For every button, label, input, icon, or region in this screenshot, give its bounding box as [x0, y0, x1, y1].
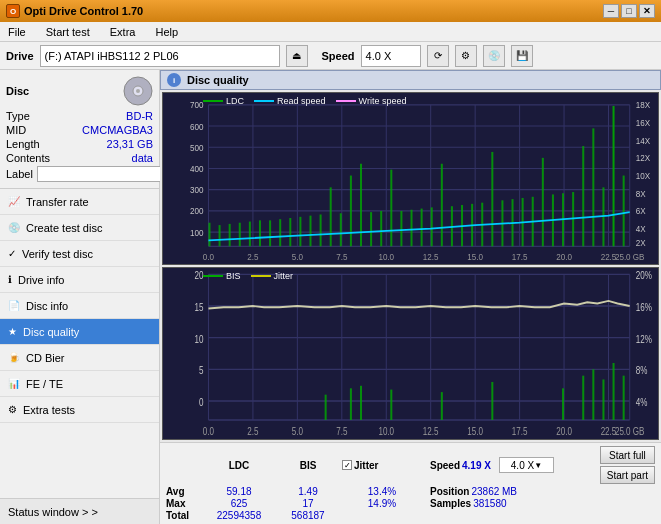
svg-text:2.5: 2.5	[247, 426, 258, 437]
svg-text:4%: 4%	[636, 397, 648, 408]
disc-label-row: Label 🔍	[6, 166, 153, 182]
sidebar-item-drive-info[interactable]: ℹ Drive info	[0, 267, 159, 293]
svg-text:16X: 16X	[636, 117, 650, 128]
jitter-avg: 13.4%	[342, 486, 422, 497]
svg-rect-23	[208, 223, 210, 247]
mid-value: CMCMAGBA3	[82, 124, 153, 136]
bis-total: 568187	[278, 510, 338, 521]
bis-chart-svg: 20 15 10 5 0 20% 16% 12% 8% 4% 0.0 2.5 5…	[163, 268, 658, 439]
disc-graphic	[123, 76, 153, 106]
svg-text:15.0: 15.0	[467, 252, 483, 263]
charts-container: LDC Read speed Write speed	[160, 90, 661, 442]
svg-text:25.0 GB: 25.0 GB	[615, 252, 645, 263]
svg-rect-63	[613, 106, 615, 246]
disc-contents-row: Contents data	[6, 152, 153, 164]
menu-start-test[interactable]: Start test	[42, 25, 94, 39]
drive-bar: Drive (F:) ATAPI iHBS112 2 PL06 ⏏ Speed …	[0, 42, 661, 70]
position-value: 23862 MB	[471, 486, 517, 497]
speed-dropdown[interactable]: 4.0 X ▼	[499, 457, 554, 473]
jitter-checkbox[interactable]: ✓	[342, 460, 352, 470]
cd-bier-icon: 🍺	[8, 352, 20, 363]
title-bar-left: O Opti Drive Control 1.70	[6, 4, 143, 18]
app-title: Opti Drive Control 1.70	[24, 5, 143, 17]
eject-icon[interactable]: ⏏	[286, 45, 308, 67]
contents-label: Contents	[6, 152, 50, 164]
svg-rect-41	[390, 170, 392, 247]
start-part-button[interactable]: Start part	[600, 466, 655, 484]
svg-rect-33	[309, 216, 311, 247]
svg-rect-43	[411, 210, 413, 247]
sidebar-item-create-test-disc[interactable]: 💿 Create test disc	[0, 215, 159, 241]
svg-text:17.5: 17.5	[512, 426, 528, 437]
label-input[interactable]	[37, 166, 170, 182]
verify-test-disc-icon: ✓	[8, 248, 16, 259]
svg-rect-115	[491, 382, 493, 420]
svg-text:400: 400	[190, 163, 204, 174]
svg-rect-121	[623, 376, 625, 420]
disc-length-row: Length 23,31 GB	[6, 138, 153, 150]
sidebar-item-transfer-rate[interactable]: 📈 Transfer rate	[0, 189, 159, 215]
sidebar-item-fe-te[interactable]: 📊 FE / TE	[0, 371, 159, 397]
jitter-col-header: Jitter	[354, 460, 378, 471]
status-window-button[interactable]: Status window > >	[0, 498, 159, 524]
menu-help[interactable]: Help	[151, 25, 182, 39]
ldc-legend-read: Read speed	[254, 96, 326, 106]
disc-quality-header: i Disc quality	[160, 70, 661, 90]
sidebar-item-disc-info[interactable]: 📄 Disc info	[0, 293, 159, 319]
svg-text:18X: 18X	[636, 100, 650, 111]
svg-text:200: 200	[190, 206, 204, 217]
svg-rect-114	[441, 392, 443, 420]
bis-chart: BIS Jitter	[162, 267, 659, 440]
svg-rect-38	[360, 164, 362, 247]
disc-quality-title: Disc quality	[187, 74, 249, 86]
jitter-max: 14.9%	[342, 498, 422, 509]
title-bar: O Opti Drive Control 1.70 ─ □ ✕	[0, 0, 661, 22]
svg-rect-46	[441, 164, 443, 247]
save-icon[interactable]: 💾	[511, 45, 533, 67]
settings-icon[interactable]: ⚙	[455, 45, 477, 67]
menu-file[interactable]: File	[4, 25, 30, 39]
extra-tests-icon: ⚙	[8, 404, 17, 415]
length-label: Length	[6, 138, 40, 150]
svg-text:12X: 12X	[636, 153, 650, 164]
svg-text:10X: 10X	[636, 170, 650, 181]
svg-text:8%: 8%	[636, 366, 648, 377]
refresh-icon[interactable]: ⟳	[427, 45, 449, 67]
sidebar-item-disc-quality[interactable]: ★ Disc quality	[0, 319, 159, 345]
disc-section: Disc Type BD-R MID CMCMAGBA3 Length 23,3…	[0, 70, 159, 189]
svg-rect-112	[360, 386, 362, 420]
drive-select[interactable]: (F:) ATAPI iHBS112 2 PL06	[40, 45, 280, 67]
svg-rect-35	[330, 187, 332, 246]
sidebar-item-cd-bier[interactable]: 🍺 CD Bier	[0, 345, 159, 371]
label-label: Label	[6, 168, 33, 180]
close-button[interactable]: ✕	[639, 4, 655, 18]
svg-rect-44	[421, 209, 423, 247]
content-area: i Disc quality LDC Read speed	[160, 70, 661, 524]
svg-rect-30	[279, 219, 281, 246]
svg-rect-29	[269, 220, 271, 246]
svg-text:0: 0	[199, 397, 203, 408]
maximize-button[interactable]: □	[621, 4, 637, 18]
disc-icon[interactable]: 💿	[483, 45, 505, 67]
ldc-avg: 59.18	[204, 486, 274, 497]
sidebar-item-verify-test-disc[interactable]: ✓ Verify test disc	[0, 241, 159, 267]
start-full-button[interactable]: Start full	[600, 446, 655, 464]
sidebar-item-extra-tests[interactable]: ⚙ Extra tests	[0, 397, 159, 423]
svg-rect-42	[400, 211, 402, 246]
svg-text:2.5: 2.5	[247, 252, 258, 263]
disc-quality-icon: ★	[8, 326, 17, 337]
menu-extra[interactable]: Extra	[106, 25, 140, 39]
speed-label: Speed	[322, 50, 355, 62]
svg-text:17.5: 17.5	[512, 252, 528, 263]
svg-rect-116	[562, 388, 564, 420]
svg-text:12%: 12%	[636, 334, 652, 345]
position-label: Position	[430, 486, 469, 497]
minimize-button[interactable]: ─	[603, 4, 619, 18]
bis-legend-bis: BIS	[203, 271, 241, 281]
svg-rect-34	[320, 214, 322, 246]
svg-text:5: 5	[199, 366, 203, 377]
ldc-legend-ldc: LDC	[203, 96, 244, 106]
svg-rect-118	[592, 369, 594, 420]
svg-rect-120	[613, 363, 615, 420]
speed-select[interactable]: 4.0 X	[361, 45, 421, 67]
